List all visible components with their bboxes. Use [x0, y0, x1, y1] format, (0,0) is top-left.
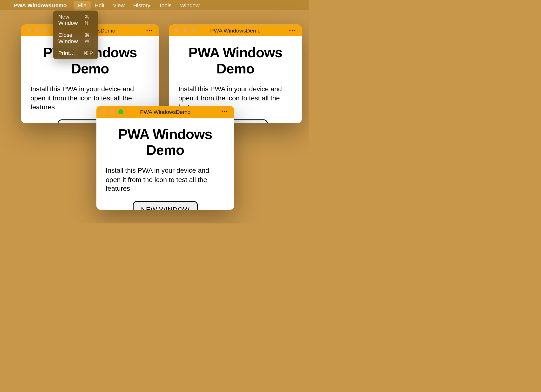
menu-view[interactable]: View — [109, 1, 129, 10]
close-button[interactable] — [26, 28, 31, 33]
minimize-button[interactable] — [183, 28, 188, 33]
app-window: PWA WindowsDemo ··· PWA Windows Demo Ins… — [96, 106, 234, 210]
titlebar[interactable]: PWA WindowsDemo ··· — [96, 106, 234, 118]
dropdown-item-shortcut: ⌘ N — [85, 14, 93, 26]
page-title: PWA Windows Demo — [106, 126, 225, 158]
window-more-icon[interactable]: ··· — [146, 26, 153, 34]
window-more-icon[interactable]: ··· — [289, 26, 296, 34]
dropdown-print[interactable]: Print… ⌘ P — [53, 49, 98, 58]
file-dropdown: New Window ⌘ N Close Window ⌘ W Print… ⌘… — [53, 11, 98, 59]
traffic-lights — [96, 109, 123, 114]
dropdown-separator — [53, 47, 98, 47]
dropdown-item-shortcut: ⌘ W — [85, 32, 93, 44]
traffic-lights — [21, 28, 48, 33]
dropdown-separator — [53, 29, 98, 29]
page-title: PWA Windows Demo — [178, 45, 292, 77]
window-body: PWA Windows Demo Install this PWA in you… — [96, 118, 234, 210]
traffic-lights — [169, 28, 196, 33]
titlebar[interactable]: PWA WindowsDemo ··· — [169, 25, 302, 36]
dropdown-new-window[interactable]: New Window ⌘ N — [53, 12, 98, 27]
menu-file[interactable]: File — [74, 1, 91, 10]
button-grid: NEW WINDOW IN-APP BROWSER MOVE TO TOP CE… — [106, 201, 225, 210]
page-description: Install this PWA in your device and open… — [106, 166, 225, 193]
menubar: PWA WindowsDemo File Edit View History T… — [0, 0, 309, 10]
dropdown-item-label: Print… — [58, 50, 75, 56]
menu-tools[interactable]: Tools — [155, 1, 176, 10]
dropdown-item-label: New Window — [58, 13, 85, 26]
minimize-button[interactable] — [35, 28, 40, 33]
menu-history[interactable]: History — [129, 1, 155, 10]
window-more-icon[interactable]: ··· — [221, 108, 228, 116]
menubar-app-name[interactable]: PWA WindowsDemo — [11, 1, 69, 10]
dropdown-close-window[interactable]: Close Window ⌘ W — [53, 30, 98, 46]
new-window-button[interactable]: NEW WINDOW — [133, 201, 198, 210]
maximize-button[interactable] — [43, 28, 48, 33]
minimize-button[interactable] — [110, 109, 115, 114]
dropdown-item-label: Close Window — [58, 32, 85, 44]
close-button[interactable] — [174, 28, 179, 33]
menu-window[interactable]: Window — [176, 1, 204, 10]
menu-edit[interactable]: Edit — [91, 1, 108, 10]
dropdown-item-shortcut: ⌘ P — [83, 50, 93, 56]
close-button[interactable] — [101, 109, 107, 114]
maximize-button[interactable] — [191, 28, 196, 33]
maximize-button[interactable] — [118, 109, 123, 114]
